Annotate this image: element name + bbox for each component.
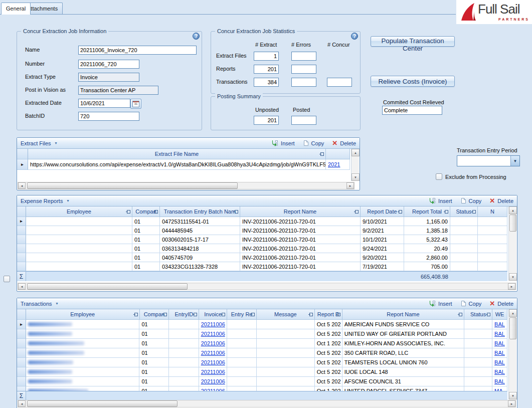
column-header-report-total[interactable]: Report Total (404, 207, 450, 217)
invoice-link[interactable]: 20211006 (201, 350, 225, 356)
invoice-link[interactable]: 20211006 (201, 321, 225, 327)
extract-file-link-cell[interactable]: 2021 (326, 159, 350, 170)
invoice-link[interactable]: 20211006 (201, 359, 225, 365)
grid-menu-dropdown-icon[interactable]: ▾ (55, 141, 57, 145)
delete-button[interactable]: ✕ Delete (489, 301, 513, 307)
row-selector-cell[interactable] (17, 235, 26, 244)
transactions-errors-field[interactable] (291, 78, 316, 87)
column-header-invoice[interactable]: Invoice (199, 309, 227, 320)
horizontal-scrollbar[interactable]: ◄ ► (18, 400, 516, 407)
expense-reports-grid-title[interactable]: Expense Reports (21, 198, 63, 204)
table-row[interactable]: 01 20211006 Oct 5 202 UNITED WAY OF GREA… (17, 329, 507, 339)
employee-cell[interactable] (26, 253, 132, 262)
employee-cell[interactable] (26, 226, 132, 235)
vertical-scrollbar[interactable]: ▲ ▼ (508, 309, 516, 399)
scroll-down-button[interactable]: ▼ (509, 273, 517, 281)
extract-file-url-cell[interactable]: https://www.concursolutions.com/api/expe… (28, 159, 326, 170)
row-selector-cell[interactable] (17, 244, 26, 253)
pin-icon[interactable] (319, 152, 324, 156)
column-header-report-name[interactable]: Report Name (240, 207, 361, 217)
row-selector-cell[interactable] (17, 226, 26, 235)
employee-cell[interactable] (26, 339, 140, 348)
extract-files-grid-title[interactable]: Extract Files (21, 140, 51, 146)
pin-icon[interactable] (398, 210, 402, 214)
column-header-employee[interactable]: Employee (26, 207, 132, 217)
extract-file-row[interactable]: ► https://www.concursolutions.com/api/ex… (17, 159, 350, 170)
populate-transaction-center-button[interactable]: Populate Transaction Center (371, 36, 455, 47)
scroll-right-button[interactable]: ► (508, 400, 515, 407)
table-row[interactable]: 01 036313484218 INV-20211006-202110-720-… (17, 244, 507, 253)
row-selector-cell[interactable]: ► (17, 159, 28, 170)
balance-link[interactable]: BAL (494, 331, 505, 337)
pin-icon[interactable] (250, 313, 255, 316)
balance-link[interactable]: BAL (494, 340, 505, 346)
table-row[interactable]: 01 20211006 Oct 5 202 350 CARTER ROAD, L… (17, 348, 507, 358)
table-row[interactable]: ► 01 0472531115541-01 INV-20211006-20211… (17, 217, 507, 226)
table-row[interactable]: 01 20211006 Oct 5 202 IUOE LOCAL 148 BAL (17, 367, 507, 377)
extract-file-link[interactable]: 2021 (328, 161, 340, 167)
row-selector-cell[interactable] (17, 348, 26, 358)
row-selector-cell[interactable] (17, 358, 26, 367)
transactions-extract-field[interactable]: 384 (254, 78, 279, 87)
horizontal-scrollbar[interactable]: ◄ ► (18, 182, 354, 189)
employee-cell[interactable] (26, 367, 140, 377)
pin-icon[interactable] (444, 210, 448, 214)
column-header-partial[interactable]: N (478, 207, 507, 217)
employee-cell[interactable] (26, 386, 140, 391)
row-selector-cell[interactable] (17, 253, 26, 262)
delete-button[interactable]: ✕ Delete (332, 140, 356, 146)
balance-link[interactable]: BAL (494, 369, 505, 375)
scroll-right-button[interactable]: ► (346, 182, 354, 189)
pin-icon[interactable] (234, 210, 238, 214)
column-header-report-name[interactable]: Report Name (342, 309, 465, 320)
employee-cell[interactable] (26, 329, 140, 339)
column-header-employee[interactable]: Employee (26, 309, 140, 320)
reports-extract-field[interactable]: 201 (254, 65, 279, 74)
name-field[interactable]: 20211006_Invoice_720 (78, 46, 197, 55)
column-header-report-date[interactable]: Report Date (361, 207, 404, 217)
column-header-entry-id[interactable]: EntryID (169, 309, 199, 320)
table-row[interactable]: 01 0405745709 INV-20211006-202110-720-01… (17, 253, 507, 262)
scroll-right-button[interactable]: ► (508, 283, 515, 290)
grid-menu-dropdown-icon[interactable]: ▾ (67, 198, 69, 203)
column-header-report-date[interactable]: Report D (315, 309, 342, 320)
pin-icon[interactable] (126, 210, 130, 214)
balance-link[interactable]: BAL (494, 378, 505, 384)
copy-button[interactable]: Copy (460, 300, 482, 307)
left-edge-checkbox[interactable] (4, 276, 10, 282)
exclude-from-processing-checkbox[interactable] (436, 173, 442, 180)
pin-icon[interactable] (221, 313, 225, 316)
extract-files-errors-field[interactable] (291, 52, 316, 61)
row-selector-cell[interactable] (17, 386, 26, 391)
employee-cell[interactable] (26, 217, 132, 226)
combo-arrow-button[interactable]: ▼ (510, 156, 519, 166)
insert-button[interactable]: Insert (429, 197, 452, 204)
delete-button[interactable]: ✕ Delete (489, 198, 513, 204)
employee-cell[interactable] (26, 358, 140, 367)
pin-icon[interactable] (458, 313, 462, 316)
row-selector-cell[interactable] (17, 367, 26, 377)
table-row[interactable]: ► 01 20211006 Oct 5 202 AMERICAN FUNDS S… (17, 320, 507, 329)
employee-cell[interactable] (26, 377, 140, 386)
scroll-thumb[interactable] (509, 317, 516, 339)
invoice-link[interactable]: 20211006 (201, 331, 225, 337)
row-selector-cell[interactable] (17, 329, 26, 339)
pin-icon[interactable] (153, 210, 158, 214)
pin-icon[interactable] (308, 313, 313, 316)
pin-icon[interactable] (336, 313, 340, 316)
row-selector-cell[interactable] (17, 377, 26, 386)
column-header-partial[interactable]: WE (492, 309, 507, 320)
row-selector-cell[interactable]: ► (17, 217, 26, 226)
batch-id-field[interactable]: 720 (78, 112, 139, 121)
employee-cell[interactable] (26, 348, 140, 358)
extract-type-field[interactable]: Invoice (78, 73, 139, 82)
scroll-down-button[interactable]: ▼ (351, 173, 360, 181)
scroll-up-button[interactable]: ▲ (351, 149, 360, 156)
invoice-link[interactable]: 20211006 (201, 340, 225, 346)
insert-button[interactable]: Insert (272, 140, 295, 146)
calendar-button[interactable]: 31 (130, 99, 141, 109)
unposted-field[interactable]: 201 (254, 116, 279, 125)
row-selector-cell[interactable] (17, 339, 26, 348)
extracted-date-field[interactable]: 10/6/2021 (78, 99, 130, 108)
table-row-partial[interactable]: 01 20211006 Oct 1 202 UNITED PARCEL SERV… (17, 386, 507, 391)
